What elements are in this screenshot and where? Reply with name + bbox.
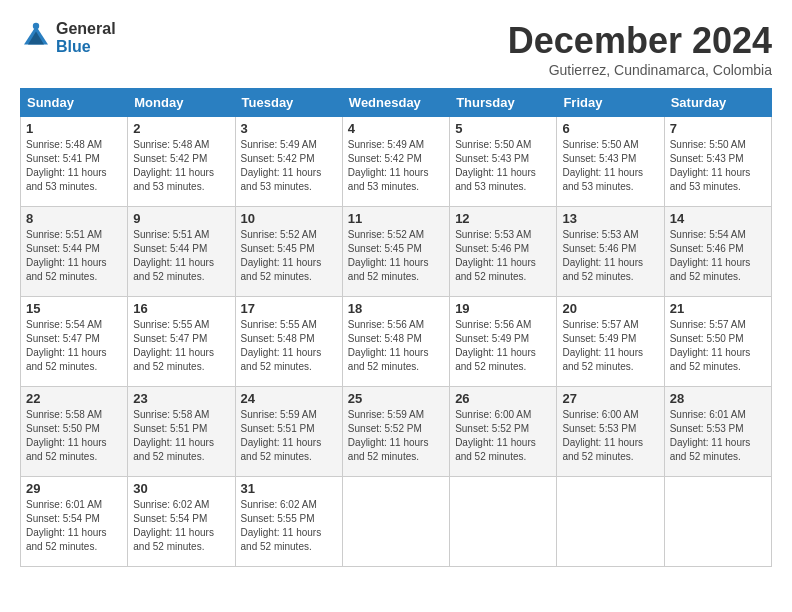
day-number: 21 xyxy=(670,301,766,316)
day-number: 30 xyxy=(133,481,229,496)
day-number: 11 xyxy=(348,211,444,226)
day-number: 12 xyxy=(455,211,551,226)
calendar-cell: 21Sunrise: 5:57 AM Sunset: 5:50 PM Dayli… xyxy=(664,297,771,387)
calendar-table: Sunday Monday Tuesday Wednesday Thursday… xyxy=(20,88,772,567)
calendar-cell: 13Sunrise: 5:53 AM Sunset: 5:46 PM Dayli… xyxy=(557,207,664,297)
day-number: 27 xyxy=(562,391,658,406)
col-monday: Monday xyxy=(128,89,235,117)
week-row-5: 29Sunrise: 6:01 AM Sunset: 5:54 PM Dayli… xyxy=(21,477,772,567)
month-title: December 2024 xyxy=(508,20,772,62)
calendar-cell: 15Sunrise: 5:54 AM Sunset: 5:47 PM Dayli… xyxy=(21,297,128,387)
logo-text: General Blue xyxy=(56,20,116,55)
calendar-cell: 1Sunrise: 5:48 AM Sunset: 5:41 PM Daylig… xyxy=(21,117,128,207)
calendar-cell: 27Sunrise: 6:00 AM Sunset: 5:53 PM Dayli… xyxy=(557,387,664,477)
day-number: 16 xyxy=(133,301,229,316)
day-number: 22 xyxy=(26,391,122,406)
day-number: 15 xyxy=(26,301,122,316)
empty-cell xyxy=(664,477,771,567)
calendar-cell: 2Sunrise: 5:48 AM Sunset: 5:42 PM Daylig… xyxy=(128,117,235,207)
cell-text: Sunrise: 6:01 AM Sunset: 5:53 PM Dayligh… xyxy=(670,408,766,464)
day-number: 19 xyxy=(455,301,551,316)
day-number: 7 xyxy=(670,121,766,136)
logo-blue-text: Blue xyxy=(56,38,116,56)
calendar-cell: 16Sunrise: 5:55 AM Sunset: 5:47 PM Dayli… xyxy=(128,297,235,387)
calendar-cell: 28Sunrise: 6:01 AM Sunset: 5:53 PM Dayli… xyxy=(664,387,771,477)
col-thursday: Thursday xyxy=(450,89,557,117)
day-number: 29 xyxy=(26,481,122,496)
cell-text: Sunrise: 5:54 AM Sunset: 5:46 PM Dayligh… xyxy=(670,228,766,284)
day-number: 2 xyxy=(133,121,229,136)
calendar-cell: 12Sunrise: 5:53 AM Sunset: 5:46 PM Dayli… xyxy=(450,207,557,297)
calendar-cell: 30Sunrise: 6:02 AM Sunset: 5:54 PM Dayli… xyxy=(128,477,235,567)
calendar-cell: 20Sunrise: 5:57 AM Sunset: 5:49 PM Dayli… xyxy=(557,297,664,387)
week-row-4: 22Sunrise: 5:58 AM Sunset: 5:50 PM Dayli… xyxy=(21,387,772,477)
cell-text: Sunrise: 5:55 AM Sunset: 5:47 PM Dayligh… xyxy=(133,318,229,374)
page-container: General Blue December 2024 Gutierrez, Cu… xyxy=(20,20,772,567)
day-number: 1 xyxy=(26,121,122,136)
cell-text: Sunrise: 6:02 AM Sunset: 5:54 PM Dayligh… xyxy=(133,498,229,554)
empty-cell xyxy=(557,477,664,567)
col-friday: Friday xyxy=(557,89,664,117)
day-number: 13 xyxy=(562,211,658,226)
col-saturday: Saturday xyxy=(664,89,771,117)
calendar-cell: 23Sunrise: 5:58 AM Sunset: 5:51 PM Dayli… xyxy=(128,387,235,477)
day-number: 9 xyxy=(133,211,229,226)
cell-text: Sunrise: 5:58 AM Sunset: 5:51 PM Dayligh… xyxy=(133,408,229,464)
calendar-cell: 14Sunrise: 5:54 AM Sunset: 5:46 PM Dayli… xyxy=(664,207,771,297)
location: Gutierrez, Cundinamarca, Colombia xyxy=(508,62,772,78)
cell-text: Sunrise: 5:53 AM Sunset: 5:46 PM Dayligh… xyxy=(455,228,551,284)
col-wednesday: Wednesday xyxy=(342,89,449,117)
cell-text: Sunrise: 5:48 AM Sunset: 5:41 PM Dayligh… xyxy=(26,138,122,194)
col-tuesday: Tuesday xyxy=(235,89,342,117)
cell-text: Sunrise: 5:56 AM Sunset: 5:48 PM Dayligh… xyxy=(348,318,444,374)
empty-cell xyxy=(342,477,449,567)
day-number: 18 xyxy=(348,301,444,316)
logo-general-text: General xyxy=(56,20,116,38)
cell-text: Sunrise: 5:57 AM Sunset: 5:49 PM Dayligh… xyxy=(562,318,658,374)
calendar-cell: 5Sunrise: 5:50 AM Sunset: 5:43 PM Daylig… xyxy=(450,117,557,207)
calendar-cell: 22Sunrise: 5:58 AM Sunset: 5:50 PM Dayli… xyxy=(21,387,128,477)
calendar-cell: 7Sunrise: 5:50 AM Sunset: 5:43 PM Daylig… xyxy=(664,117,771,207)
cell-text: Sunrise: 5:52 AM Sunset: 5:45 PM Dayligh… xyxy=(241,228,337,284)
cell-text: Sunrise: 5:51 AM Sunset: 5:44 PM Dayligh… xyxy=(26,228,122,284)
cell-text: Sunrise: 5:50 AM Sunset: 5:43 PM Dayligh… xyxy=(670,138,766,194)
header: General Blue December 2024 Gutierrez, Cu… xyxy=(20,20,772,78)
calendar-cell: 19Sunrise: 5:56 AM Sunset: 5:49 PM Dayli… xyxy=(450,297,557,387)
day-number: 24 xyxy=(241,391,337,406)
cell-text: Sunrise: 5:57 AM Sunset: 5:50 PM Dayligh… xyxy=(670,318,766,374)
week-row-1: 1Sunrise: 5:48 AM Sunset: 5:41 PM Daylig… xyxy=(21,117,772,207)
day-number: 14 xyxy=(670,211,766,226)
day-number: 4 xyxy=(348,121,444,136)
cell-text: Sunrise: 5:59 AM Sunset: 5:52 PM Dayligh… xyxy=(348,408,444,464)
cell-text: Sunrise: 5:48 AM Sunset: 5:42 PM Dayligh… xyxy=(133,138,229,194)
cell-text: Sunrise: 6:01 AM Sunset: 5:54 PM Dayligh… xyxy=(26,498,122,554)
cell-text: Sunrise: 5:54 AM Sunset: 5:47 PM Dayligh… xyxy=(26,318,122,374)
cell-text: Sunrise: 5:51 AM Sunset: 5:44 PM Dayligh… xyxy=(133,228,229,284)
cell-text: Sunrise: 6:00 AM Sunset: 5:52 PM Dayligh… xyxy=(455,408,551,464)
day-number: 5 xyxy=(455,121,551,136)
day-number: 23 xyxy=(133,391,229,406)
calendar-cell: 18Sunrise: 5:56 AM Sunset: 5:48 PM Dayli… xyxy=(342,297,449,387)
day-number: 17 xyxy=(241,301,337,316)
logo-icon xyxy=(20,22,52,54)
day-number: 28 xyxy=(670,391,766,406)
svg-point-2 xyxy=(33,22,39,28)
day-number: 6 xyxy=(562,121,658,136)
calendar-cell: 6Sunrise: 5:50 AM Sunset: 5:43 PM Daylig… xyxy=(557,117,664,207)
cell-text: Sunrise: 5:59 AM Sunset: 5:51 PM Dayligh… xyxy=(241,408,337,464)
cell-text: Sunrise: 5:53 AM Sunset: 5:46 PM Dayligh… xyxy=(562,228,658,284)
calendar-cell: 26Sunrise: 6:00 AM Sunset: 5:52 PM Dayli… xyxy=(450,387,557,477)
cell-text: Sunrise: 5:56 AM Sunset: 5:49 PM Dayligh… xyxy=(455,318,551,374)
calendar-cell: 25Sunrise: 5:59 AM Sunset: 5:52 PM Dayli… xyxy=(342,387,449,477)
header-row: Sunday Monday Tuesday Wednesday Thursday… xyxy=(21,89,772,117)
calendar-cell: 4Sunrise: 5:49 AM Sunset: 5:42 PM Daylig… xyxy=(342,117,449,207)
cell-text: Sunrise: 5:58 AM Sunset: 5:50 PM Dayligh… xyxy=(26,408,122,464)
calendar-cell: 24Sunrise: 5:59 AM Sunset: 5:51 PM Dayli… xyxy=(235,387,342,477)
day-number: 25 xyxy=(348,391,444,406)
day-number: 10 xyxy=(241,211,337,226)
cell-text: Sunrise: 5:55 AM Sunset: 5:48 PM Dayligh… xyxy=(241,318,337,374)
empty-cell xyxy=(450,477,557,567)
calendar-cell: 10Sunrise: 5:52 AM Sunset: 5:45 PM Dayli… xyxy=(235,207,342,297)
cell-text: Sunrise: 6:02 AM Sunset: 5:55 PM Dayligh… xyxy=(241,498,337,554)
cell-text: Sunrise: 5:50 AM Sunset: 5:43 PM Dayligh… xyxy=(455,138,551,194)
